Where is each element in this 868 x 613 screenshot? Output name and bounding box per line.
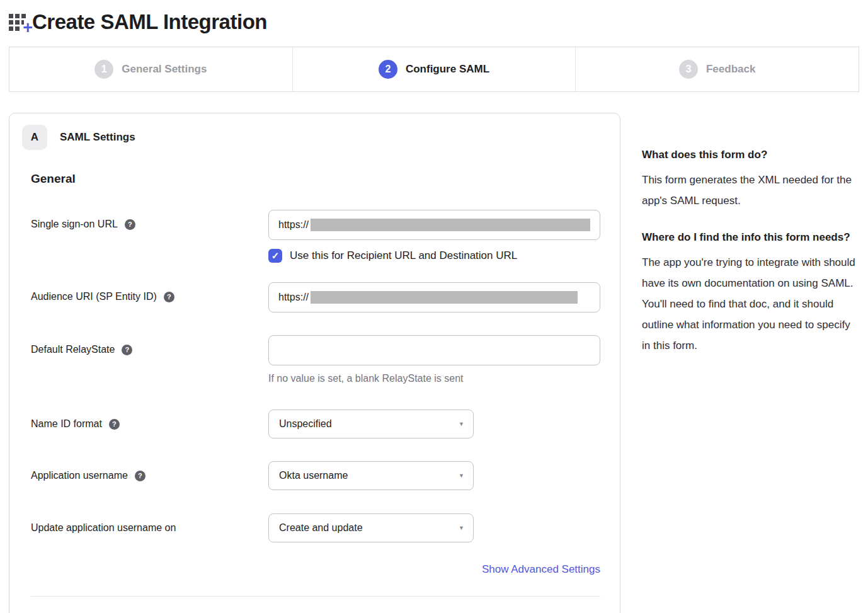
relay-state-hint: If no value is set, a blank RelayState i… — [268, 373, 600, 384]
advanced-settings-link-row: Show Advanced Settings — [31, 563, 600, 576]
section-a-badge: A — [22, 125, 47, 150]
help-section-where: Where do I find the info this form needs… — [642, 229, 859, 356]
wizard-steps: 1 General Settings 2 Configure SAML 3 Fe… — [9, 47, 859, 92]
step-general-settings[interactable]: 1 General Settings — [9, 47, 292, 91]
page-title: Create SAML Integration — [32, 10, 267, 34]
application-username-selected: Okta username — [279, 470, 348, 481]
audience-uri-value-prefix: https:// — [278, 292, 309, 303]
name-id-format-select[interactable]: Unspecified ▼ — [268, 410, 474, 438]
help-icon[interactable]: ? — [109, 419, 120, 430]
chevron-down-icon: ▼ — [459, 525, 464, 531]
sso-url-input[interactable]: https:// — [268, 210, 600, 240]
help-icon[interactable]: ? — [122, 345, 132, 355]
create-saml-integration-page: + Create SAML Integration 1 General Sett… — [0, 0, 868, 613]
step-number-badge: 3 — [679, 60, 698, 79]
section-header: A SAML Settings — [22, 125, 599, 150]
help-icon[interactable]: ? — [164, 292, 174, 302]
section-title: SAML Settings — [60, 131, 135, 144]
sso-url-row: Single sign-on URL ? https:// ✓ Use this… — [31, 210, 600, 263]
step-label: Configure SAML — [406, 63, 489, 76]
step-number-badge: 1 — [94, 60, 113, 79]
checkbox-checked-icon[interactable]: ✓ — [268, 249, 282, 263]
audience-uri-row: Audience URI (SP Entity ID) ? https:// — [31, 282, 600, 312]
help-body: This form generates the XML needed for t… — [642, 169, 859, 211]
grid-plus-icon: + — [9, 11, 30, 33]
help-sidebar: What does this form do? This form genera… — [642, 113, 859, 356]
name-id-format-selected: Unspecified — [279, 418, 332, 430]
help-section-what: What does this form do? This form genera… — [642, 147, 859, 211]
chevron-down-icon: ▼ — [459, 473, 464, 479]
general-group-title: General — [31, 172, 600, 186]
chevron-down-icon: ▼ — [459, 421, 464, 427]
page-header: + Create SAML Integration — [0, 0, 868, 34]
application-username-select[interactable]: Okta username ▼ — [268, 461, 474, 490]
update-app-username-label: Update application username on — [31, 522, 176, 534]
sso-url-label: Single sign-on URL — [31, 219, 118, 230]
redacted-value-bar — [311, 291, 578, 304]
main-content: A SAML Settings General Single sign-on U… — [9, 113, 859, 613]
name-id-format-label: Name ID format — [31, 418, 102, 430]
audience-uri-label: Audience URI (SP Entity ID) — [31, 291, 157, 302]
recipient-destination-checkbox-row: ✓ Use this for Recipient URL and Destina… — [268, 249, 600, 263]
audience-uri-input[interactable]: https:// — [268, 282, 600, 312]
step-number-badge: 2 — [379, 60, 397, 79]
step-configure-saml[interactable]: 2 Configure SAML — [292, 47, 576, 91]
help-heading: What does this form do? — [642, 147, 859, 163]
checkbox-label: Use this for Recipient URL and Destinati… — [290, 249, 517, 262]
step-label: Feedback — [706, 63, 755, 76]
show-advanced-settings-link[interactable]: Show Advanced Settings — [482, 563, 600, 575]
sso-url-value-prefix: https:// — [278, 219, 309, 231]
update-app-username-select[interactable]: Create and update ▼ — [268, 513, 474, 542]
section-divider — [31, 596, 600, 597]
step-label: General Settings — [122, 63, 207, 76]
redacted-value-bar — [311, 219, 590, 231]
help-heading: Where do I find the info this form needs… — [642, 229, 859, 245]
update-app-username-selected: Create and update — [279, 522, 363, 534]
help-body: The app you're trying to integrate with … — [642, 252, 859, 356]
help-icon[interactable]: ? — [135, 471, 146, 481]
relay-state-label: Default RelayState — [31, 344, 115, 355]
application-username-label: Application username — [31, 470, 128, 481]
relay-state-input[interactable] — [268, 335, 600, 365]
saml-form: General Single sign-on URL ? https:// ✓ — [31, 172, 600, 597]
update-app-username-row: Update application username on Create an… — [31, 513, 600, 542]
step-feedback[interactable]: 3 Feedback — [575, 47, 859, 91]
relay-state-row: Default RelayState ? If no value is set,… — [31, 335, 600, 384]
application-username-row: Application username ? Okta username ▼ — [31, 461, 600, 490]
name-id-format-row: Name ID format ? Unspecified ▼ — [31, 410, 600, 438]
help-icon[interactable]: ? — [125, 219, 135, 230]
saml-settings-card: A SAML Settings General Single sign-on U… — [9, 113, 620, 613]
plus-icon: + — [23, 20, 33, 37]
